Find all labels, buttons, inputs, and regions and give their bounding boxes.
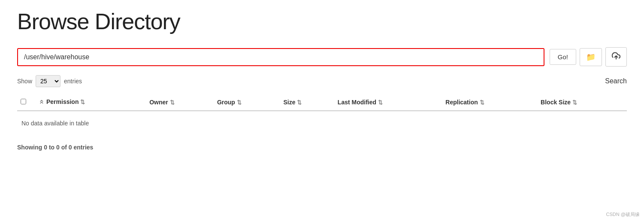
go-button[interactable]: Go!	[550, 49, 576, 65]
col-header-owner[interactable]: Owner	[145, 94, 213, 111]
table-wrapper: Permission Owner Group Size Las	[17, 94, 627, 135]
show-label: Show	[17, 78, 32, 85]
size-sort-icon	[297, 99, 302, 106]
col-header-replication[interactable]: Replication	[441, 94, 536, 111]
replication-sort-icon	[480, 99, 484, 106]
no-data-row: No data available in table	[17, 111, 627, 135]
last-modified-sort-icon	[378, 99, 383, 106]
directory-table: Permission Owner Group Size Las	[17, 94, 627, 135]
upload-icon	[612, 52, 620, 62]
col-header-group[interactable]: Group	[213, 94, 279, 111]
entries-label: entries	[64, 78, 82, 85]
col-name-label: Permission	[46, 98, 79, 105]
controls-row: Show 10 25 50 100 entries Search	[17, 75, 627, 87]
entries-select[interactable]: 10 25 50 100	[36, 75, 60, 87]
checkbox-col-header	[17, 94, 34, 111]
permission-sort-icon	[80, 98, 85, 105]
footer-showing-text: Showing 0 to 0 of 0 entries	[17, 144, 627, 151]
col-header-block-size[interactable]: Block Size	[536, 94, 627, 111]
no-data-message: No data available in table	[17, 111, 627, 135]
folder-icon: 📁	[586, 52, 596, 62]
search-label: Search	[605, 77, 627, 85]
group-sort-icon	[237, 99, 242, 106]
sort-down-icon	[39, 99, 45, 105]
table-header-row: Permission Owner Group Size Las	[17, 94, 627, 111]
show-entries-control: Show 10 25 50 100 entries	[17, 75, 82, 87]
block-size-sort-icon	[572, 99, 577, 106]
path-bar: Go! 📁	[17, 47, 627, 67]
col-header-size[interactable]: Size	[279, 94, 333, 111]
folder-button[interactable]: 📁	[580, 48, 602, 66]
page-title: Browse Directory	[17, 9, 627, 34]
col-header-name[interactable]: Permission	[34, 94, 145, 111]
owner-sort-icon	[170, 99, 175, 106]
path-input[interactable]	[18, 49, 544, 65]
watermark: CSDN @破局缘	[606, 211, 640, 218]
col-header-last-modified[interactable]: Last Modified	[333, 94, 441, 111]
upload-button[interactable]	[605, 47, 627, 67]
path-input-wrapper	[17, 48, 544, 66]
select-all-checkbox[interactable]	[21, 99, 26, 104]
